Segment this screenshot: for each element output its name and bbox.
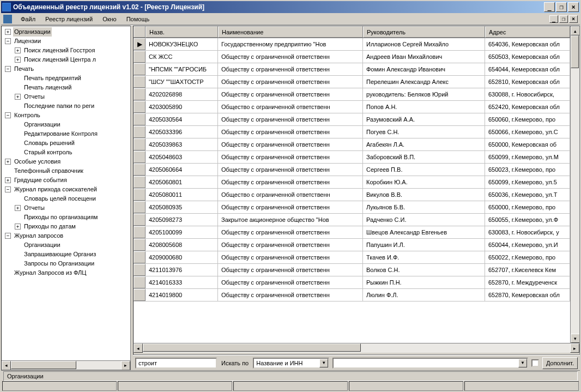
table-row[interactable]: 4205080935Обществу с ограниченной ответс… xyxy=(134,201,570,214)
tree-node[interactable]: +Поиск лицензий Центра л xyxy=(3,55,130,64)
row-selector[interactable] xyxy=(134,214,146,226)
tree-node-label[interactable]: Печать xyxy=(13,64,35,74)
tree-node[interactable]: Последние папки по реги xyxy=(3,101,130,111)
row-selector[interactable] xyxy=(134,51,146,63)
cell[interactable]: Обществу с ограниченной ответственн xyxy=(218,251,363,263)
chevron-down-icon[interactable]: ▼ xyxy=(518,359,527,367)
cell[interactable]: Обществу с ограниченной ответственн xyxy=(218,63,363,75)
tree-node-label[interactable]: Поиск лицензий Центра л xyxy=(23,55,97,64)
cell[interactable]: Лукьянов Б.В. xyxy=(363,201,485,213)
table-row[interactable]: 4205030564Обществу с ограниченной ответс… xyxy=(134,113,570,126)
filter-combo[interactable]: ▼ xyxy=(332,358,528,369)
cell[interactable]: Обществу с ограниченной ответственн xyxy=(218,239,363,251)
tree-node-label[interactable]: Отчеты xyxy=(23,92,46,101)
collapse-icon[interactable]: − xyxy=(5,186,11,192)
tree-node[interactable]: Словарь целей посещени xyxy=(3,194,130,203)
cell[interactable]: Рыжкин П.Н. xyxy=(363,276,485,288)
tree-node[interactable]: +Приходы по датам xyxy=(3,222,130,231)
cell[interactable]: 650036, г.Кемерово, ул.Т xyxy=(485,189,570,201)
scroll-thumb[interactable] xyxy=(571,35,579,68)
cell[interactable]: Обществу с ограниченной ответственн xyxy=(218,138,363,150)
cell[interactable]: Обществу с ограниченной ответственн xyxy=(218,113,363,125)
cell[interactable]: 4209000680 xyxy=(146,251,218,263)
table-row[interactable]: "ШСУ ""ШАХТОСТРОбществу с ограниченной о… xyxy=(134,76,570,88)
cell[interactable]: 4205048603 xyxy=(146,151,218,163)
expand-icon[interactable]: + xyxy=(15,47,21,53)
cell[interactable]: Попов А.Н. xyxy=(363,101,485,113)
tree-node[interactable]: Редактирование Контроля xyxy=(3,129,130,138)
cell[interactable]: 650000, г.Кемерово, про xyxy=(485,201,570,213)
tree-node-label[interactable]: Грядущие события xyxy=(13,176,68,185)
tree-node-label[interactable]: Журнал Запросов из ФЛЦ xyxy=(13,268,87,278)
table-row[interactable]: 4214019800Обществу с ограниченной ответс… xyxy=(134,289,570,301)
table-row[interactable]: 4205033396Обществу с ограниченной ответс… xyxy=(134,126,570,138)
cell[interactable]: Папушин И.Л. xyxy=(363,239,485,251)
cell[interactable]: 654044, Кемеровская обл xyxy=(485,63,570,75)
table-row[interactable]: 4214016333Обществу с ограниченной ответс… xyxy=(134,276,570,289)
tree-horiz-scrollbar[interactable]: ◂ ▸ xyxy=(2,360,130,370)
row-selector[interactable] xyxy=(134,176,146,188)
mdi-restore-button[interactable]: ❐ xyxy=(559,15,568,23)
cell[interactable]: 652707, г.Киселевск Кем xyxy=(485,264,570,276)
grid-header-name[interactable]: Назв. xyxy=(146,26,218,38)
cell[interactable]: Илларионов Сергей Михайло xyxy=(363,38,485,50)
grid-vert-scrollbar[interactable]: ▴ ▾ xyxy=(570,26,579,343)
cell[interactable]: Разумовский А.А. xyxy=(363,113,485,125)
tree-node[interactable]: Печать лицензий xyxy=(3,83,130,92)
cell[interactable]: 4205033396 xyxy=(146,126,218,138)
tree-node-label[interactable]: Отчеты xyxy=(23,203,46,213)
cell[interactable]: Волков С.Н. xyxy=(363,264,485,276)
collapse-icon[interactable]: − xyxy=(5,38,11,44)
cell[interactable]: 630088, г. Новосибирск, xyxy=(485,88,570,100)
cell[interactable]: Коробкин Ю.А. xyxy=(363,176,485,188)
cell[interactable]: 4214019800 xyxy=(146,289,218,301)
cell[interactable]: 630083, г. Новосибирск, у xyxy=(485,226,570,238)
cell[interactable]: Погуев С.Н. xyxy=(363,126,485,138)
cell[interactable]: Закрытое акционерное общество "Нов xyxy=(218,214,363,226)
additional-checkbox[interactable] xyxy=(531,359,539,367)
tree-node-label[interactable]: Журнал прихода соискателей xyxy=(13,185,98,194)
row-selector[interactable] xyxy=(134,189,146,201)
row-selector[interactable] xyxy=(134,239,146,251)
cell[interactable]: Обществу с ограниченной ответственн xyxy=(218,201,363,213)
cell[interactable]: руководитель: Беляков Юрий xyxy=(363,88,485,100)
tree-node[interactable]: Телефонный справочник xyxy=(3,166,130,176)
row-selector[interactable] xyxy=(134,226,146,238)
cell[interactable]: 650503, Кемеровская обл xyxy=(485,51,570,63)
expand-icon[interactable]: + xyxy=(5,177,11,183)
mdi-minimize-button[interactable]: _ xyxy=(549,15,558,23)
tree-node-label[interactable]: Организации xyxy=(23,120,62,129)
row-selector[interactable] xyxy=(134,151,146,163)
scroll-right-button[interactable]: ▸ xyxy=(570,343,579,353)
cell[interactable]: Обществу с ограниченной ответственн xyxy=(218,88,363,100)
cell[interactable]: НОВОКУЗНЕЦКО xyxy=(146,38,218,50)
cell[interactable]: 650066, г.Кемерово, ул.С xyxy=(485,126,570,138)
scroll-down-button[interactable]: ▾ xyxy=(571,334,580,343)
cell[interactable]: 652870, Кемеровская обл xyxy=(485,289,570,301)
tree-node[interactable]: Старый контроль xyxy=(3,148,130,157)
cell[interactable]: 4205060801 xyxy=(146,176,218,188)
cell[interactable]: 4208005608 xyxy=(146,239,218,251)
tree-node-label[interactable]: Запрашивающие Организ xyxy=(23,250,97,259)
cell[interactable]: 652810, Кемеровская обл xyxy=(485,76,570,88)
row-selector[interactable] xyxy=(134,63,146,75)
row-selector[interactable] xyxy=(134,76,146,88)
grid-horiz-scrollbar[interactable]: ◂ ▸ xyxy=(133,343,580,355)
cell[interactable]: Общество с ограниченной ответственн xyxy=(218,189,363,201)
tree-node-label[interactable]: Старый контроль xyxy=(23,148,74,157)
tree-node[interactable]: −Печать xyxy=(3,64,130,74)
collapse-icon[interactable]: − xyxy=(5,233,11,239)
cell[interactable]: 4205030564 xyxy=(146,113,218,125)
cell[interactable]: 650022, г.Кемерово, про xyxy=(485,251,570,263)
expand-icon[interactable]: + xyxy=(15,224,21,230)
table-row[interactable]: 4205039863Обществу с ограниченной ответс… xyxy=(134,138,570,151)
cell[interactable]: 4203005890 xyxy=(146,101,218,113)
tree-node[interactable]: −Контроль xyxy=(3,111,130,120)
cell[interactable]: 652870, г. Междуреченск xyxy=(485,276,570,288)
row-selector[interactable]: ▶ xyxy=(134,38,146,50)
cell[interactable]: Викулов В.В. xyxy=(363,189,485,201)
cell[interactable]: "НПСМК ""АГРОСИБ xyxy=(146,63,218,75)
tree-node-label[interactable]: Организации xyxy=(13,27,52,37)
expand-icon[interactable]: + xyxy=(5,159,11,165)
cell[interactable]: 4214016333 xyxy=(146,276,218,288)
